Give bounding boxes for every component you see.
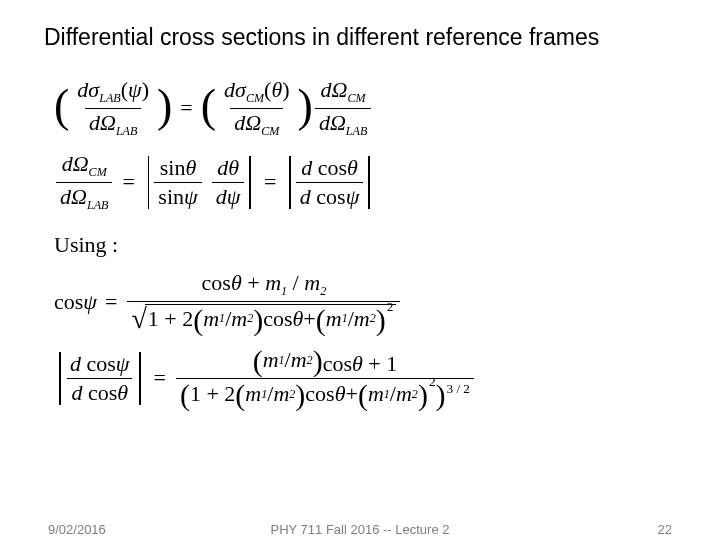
paren-right-cm: dσCM(θ) dΩCM [201,76,313,140]
equals-icon: = [154,366,166,390]
footer-course: PHY 711 Fall 2016 -- Lecture 2 [0,522,720,537]
equals-icon: = [122,170,134,194]
frac-dcos-result: m1 / m2cosθ + 1 1 + 2m1 / m2cosθ + m1 / … [176,345,474,412]
equation-cos-psi: cosψ = cosθ + m1 / m2 √ 1 + 2m1 / m2cosθ… [54,269,660,335]
paren-left-lab: dσLAB(ψ) dΩLAB [54,76,172,140]
frac-jacobian: dΩCM dΩLAB [315,76,371,140]
frac-domega-ratio: dΩCM dΩLAB [56,150,112,214]
sqrt-icon: √ 1 + 2m1 / m2cosθ + m1 / m22 [131,304,396,333]
equation-dcos-ratio: d cosψ d cosθ = m1 / m2cosθ + 1 1 + 2m1 … [54,345,660,412]
frac-cos-psi: cosθ + m1 / m2 √ 1 + 2m1 / m2cosθ + m1 /… [127,269,400,335]
abs-dcos-left: d cosψ d cosθ [54,350,146,407]
using-label: Using : [54,233,660,257]
math-content: dσLAB(ψ) dΩLAB = dσCM(θ) dΩCM dΩCM dΩLAB… [54,66,660,422]
equals-icon: = [105,290,117,314]
footer-page: 22 [658,522,672,537]
abs-sin-ratio: sinθ sinψ dθ dψ [143,154,256,211]
slide: Differential cross sections in different… [0,0,720,540]
equation-jacobian-expand: dΩCM dΩLAB = sinθ sinψ dθ dψ = d cosθ [54,150,660,214]
equals-icon: = [264,170,276,194]
frac-dsigma-cm: dσCM(θ) dΩCM [220,76,293,140]
frac-dsigma-lab: dσLAB(ψ) dΩLAB [73,76,153,140]
abs-cos-ratio: d cosθ d cosψ [284,154,375,211]
slide-title: Differential cross sections in different… [44,24,676,51]
equation-frame-transform: dσLAB(ψ) dΩLAB = dσCM(θ) dΩCM dΩCM dΩLAB [54,76,660,140]
equals-icon: = [180,96,192,120]
